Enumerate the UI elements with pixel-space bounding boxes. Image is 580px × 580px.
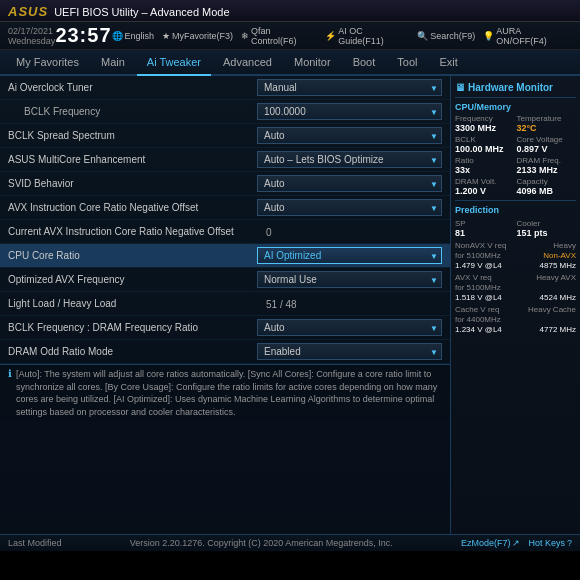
bclk-dram-label: BCLK Frequency : DRAM Frequency Ratio bbox=[8, 322, 257, 333]
multicore-label: ASUS MultiCore Enhancement bbox=[8, 154, 257, 165]
right-sidebar: 🖥 Hardware Monitor CPU/Memory Frequency … bbox=[450, 76, 580, 534]
multicore-value[interactable]: Auto – Lets BIOS Optimize bbox=[257, 151, 442, 168]
svid-value[interactable]: Auto bbox=[257, 175, 442, 192]
cpu-core-ratio-select[interactable]: AI Optimized bbox=[257, 247, 442, 264]
bclk-spread-value[interactable]: Auto bbox=[257, 127, 442, 144]
nav-tool[interactable]: Tool bbox=[387, 50, 427, 74]
ai-overclock-tuner-select[interactable]: Manual bbox=[257, 79, 442, 96]
info-text: [Auto]: The system will adjust all core … bbox=[16, 368, 442, 418]
pred-avx-freq2: 4524 MHz bbox=[540, 293, 576, 302]
pred-avx-heavy-val: Heavy AVX bbox=[536, 273, 576, 282]
pred-nonavx-section: NonAVX V req Heavy for 5100MHz Non-AVX 1… bbox=[455, 241, 576, 270]
setting-row-ai-overclock-tuner: Ai Overclock Tuner Manual bbox=[0, 76, 450, 100]
asus-logo: ASUS bbox=[8, 4, 48, 19]
dram-odd-select[interactable]: Enabled bbox=[257, 343, 442, 360]
bclk-dram-select[interactable]: Auto bbox=[257, 319, 442, 336]
aioc-label: AI OC Guide(F11) bbox=[338, 26, 409, 46]
pred-cache-freq2: 4772 MHz bbox=[540, 325, 576, 334]
frequency-label: Frequency bbox=[455, 114, 515, 123]
cpu-core-ratio-value[interactable]: AI Optimized bbox=[257, 247, 442, 264]
hot-keys-button[interactable]: Hot Keys ? bbox=[528, 538, 572, 548]
ratio-value: 33x bbox=[455, 165, 515, 175]
setting-row-cpu-core-ratio: CPU Core Ratio AI Optimized bbox=[0, 244, 450, 268]
nav-advanced[interactable]: Advanced bbox=[213, 50, 282, 74]
bclk-spread-select[interactable]: Auto bbox=[257, 127, 442, 144]
setting-row-multicore: ASUS MultiCore Enhancement Auto – Lets B… bbox=[0, 148, 450, 172]
language-button[interactable]: 🌐 English bbox=[112, 26, 155, 46]
core-voltage-label: Core Voltage bbox=[517, 135, 577, 144]
myfavorite-button[interactable]: ★ MyFavorite(F3) bbox=[162, 26, 233, 46]
sp-cell: SP 81 bbox=[455, 219, 515, 238]
pred-nonavx-freq2: 4875 MHz bbox=[540, 261, 576, 270]
aura-button[interactable]: 💡 AURA ON/OFF(F4) bbox=[483, 26, 572, 46]
datetime-bar: 02/17/2021 Wednesday 23:57 🌐 English ★ M… bbox=[0, 22, 580, 50]
main-nav: My Favorites Main Ai Tweaker Advanced Mo… bbox=[0, 50, 580, 76]
pred-nonavx-heavy-val: Heavy bbox=[553, 241, 576, 250]
svid-select[interactable]: Auto bbox=[257, 175, 442, 192]
temperature-value: 32°C bbox=[517, 123, 577, 133]
nav-main[interactable]: Main bbox=[91, 50, 135, 74]
top-bar: ASUS UEFI BIOS Utility – Advanced Mode bbox=[0, 0, 580, 22]
aura-icon: 💡 bbox=[483, 31, 494, 41]
setting-row-dram-odd: DRAM Odd Ratio Mode Enabled bbox=[0, 340, 450, 364]
pred-nonavx-row2: for 5100MHz Non-AVX bbox=[455, 251, 576, 260]
search-button[interactable]: 🔍 Search(F9) bbox=[417, 26, 475, 46]
bclk-label: BCLK bbox=[455, 135, 515, 144]
multicore-select[interactable]: Auto – Lets BIOS Optimize bbox=[257, 151, 442, 168]
nav-boot[interactable]: Boot bbox=[343, 50, 386, 74]
ez-mode-label: EzMode(F7) bbox=[461, 538, 511, 548]
avx-instruction-value[interactable]: Auto bbox=[257, 199, 442, 216]
dram-odd-value[interactable]: Enabled bbox=[257, 343, 442, 360]
frequency-cell: Frequency 3300 MHz bbox=[455, 114, 515, 133]
capacity-label: Capacity bbox=[517, 177, 577, 186]
main-content: Ai Overclock Tuner Manual BCLK Frequency… bbox=[0, 76, 580, 534]
ai-overclock-tuner-label: Ai Overclock Tuner bbox=[8, 82, 257, 93]
cooler-label: Cooler bbox=[517, 219, 577, 228]
avx-instruction-select[interactable]: Auto bbox=[257, 199, 442, 216]
ez-mode-button[interactable]: EzMode(F7) ↗ bbox=[461, 538, 521, 548]
pred-avx-row1: AVX V req Heavy AVX bbox=[455, 273, 576, 282]
optimized-avx-value[interactable]: Normal Use bbox=[257, 271, 442, 288]
dram-volt-cell: DRAM Volt. 1.200 V bbox=[455, 177, 515, 196]
bclk-frequency-select[interactable]: 100.0000 bbox=[257, 103, 442, 120]
ai-overclock-tuner-value[interactable]: Manual bbox=[257, 79, 442, 96]
pred-cache-row1: Cache V req Heavy Cache bbox=[455, 305, 576, 314]
qfan-button[interactable]: ❄ Qfan Control(F6) bbox=[241, 26, 317, 46]
sp-value: 81 bbox=[455, 228, 515, 238]
current-avx-value: 0 bbox=[262, 225, 276, 240]
optimized-avx-label: Optimized AVX Frequency bbox=[8, 274, 257, 285]
pred-cache-freq-label: for 4400MHz bbox=[455, 315, 501, 324]
sp-label: SP bbox=[455, 219, 515, 228]
fan-icon: ❄ bbox=[241, 31, 249, 41]
nav-my-favorites[interactable]: My Favorites bbox=[6, 50, 89, 74]
pred-cache-val: 1.234 V @L4 bbox=[455, 325, 502, 334]
ratio-label: Ratio bbox=[455, 156, 515, 165]
top-bar-left: ASUS UEFI BIOS Utility – Advanced Mode bbox=[8, 4, 230, 19]
light-heavy-value-container: 51 / 48 bbox=[262, 298, 442, 310]
pred-nonavx-row1: NonAVX V req Heavy bbox=[455, 241, 576, 250]
pred-nonavx-freq-label: for 5100MHz bbox=[455, 251, 501, 260]
pred-avx-section: AVX V req Heavy AVX for 5100MHz 1.518 V … bbox=[455, 273, 576, 302]
bottom-bar: Last Modified Version 2.20.1276. Copyrig… bbox=[0, 534, 580, 551]
pred-avx-freq-label: for 5100MHz bbox=[455, 283, 501, 292]
light-heavy-label: Light Load / Heavy Load bbox=[8, 298, 262, 309]
bclk-spread-label: BCLK Spread Spectrum bbox=[8, 130, 257, 141]
nav-ai-tweaker[interactable]: Ai Tweaker bbox=[137, 50, 211, 76]
dram-freq-label: DRAM Freq. bbox=[517, 156, 577, 165]
bclk-dram-value[interactable]: Auto bbox=[257, 319, 442, 336]
setting-row-avx-instruction: AVX Instruction Core Ratio Negative Offs… bbox=[0, 196, 450, 220]
sidebar-divider-1 bbox=[455, 200, 576, 201]
svid-label: SVID Behavior bbox=[8, 178, 257, 189]
nav-exit[interactable]: Exit bbox=[429, 50, 467, 74]
pred-cache-section: Cache V req Heavy Cache for 4400MHz 1.23… bbox=[455, 305, 576, 334]
aioc-button[interactable]: ⚡ AI OC Guide(F11) bbox=[325, 26, 409, 46]
nav-monitor[interactable]: Monitor bbox=[284, 50, 341, 74]
setting-row-bclk-spread: BCLK Spread Spectrum Auto bbox=[0, 124, 450, 148]
capacity-value: 4096 MB bbox=[517, 186, 577, 196]
bclk-frequency-value[interactable]: 100.0000 bbox=[257, 103, 442, 120]
time-display: 23:57 bbox=[55, 24, 111, 47]
pred-cache-row3: 1.234 V @L4 4772 MHz bbox=[455, 325, 576, 334]
optimized-avx-select[interactable]: Normal Use bbox=[257, 271, 442, 288]
cpu-memory-grid: Frequency 3300 MHz Temperature 32°C BCLK… bbox=[455, 114, 576, 196]
qfan-label: Qfan Control(F6) bbox=[251, 26, 317, 46]
